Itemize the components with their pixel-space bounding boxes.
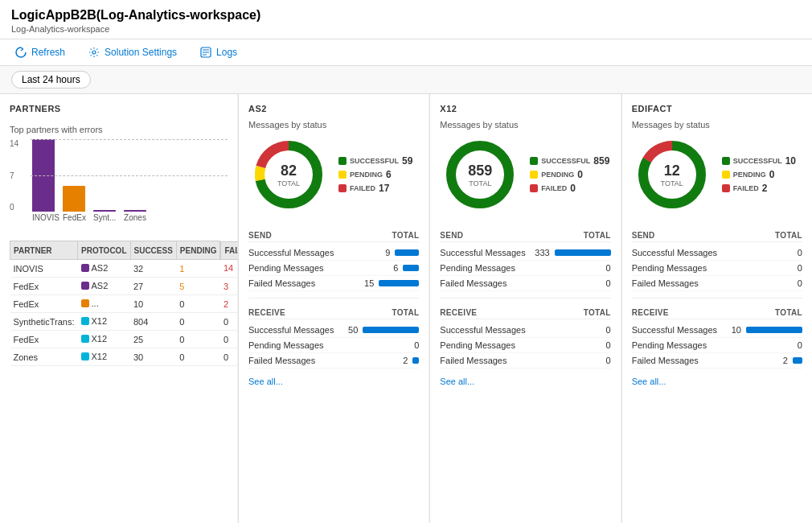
table-row[interactable]: FedEx X12 25 0 0	[10, 331, 264, 348]
logs-button[interactable]: Logs	[196, 44, 240, 60]
message-row: Failed Messages 0	[440, 353, 610, 369]
msg-count: 15	[358, 278, 374, 288]
msg-value-area: 0	[555, 263, 611, 273]
y-label-7: 7	[10, 171, 18, 180]
partner-protocol: ...	[78, 295, 130, 313]
legend-item: FAILED 17	[338, 183, 412, 194]
partner-name: FedEx	[10, 295, 78, 313]
partner-success: 804	[130, 313, 176, 331]
msg-label: Failed Messages	[440, 356, 506, 365]
legend-item: SUCCESSFUL 59	[338, 155, 412, 167]
legend-label: FAILED	[350, 184, 375, 192]
msg-count: 0	[403, 340, 419, 350]
page-subtitle: Log-Analytics-workspace	[11, 24, 801, 34]
legend-label: SUCCESSFUL	[733, 157, 782, 165]
donut-label: TOTAL	[468, 179, 492, 187]
msg-label: Successful Messages	[248, 325, 334, 335]
message-row: Failed Messages 0	[632, 276, 802, 291]
table-row[interactable]: FedEx AS2 27 5 3	[10, 278, 264, 295]
legend-value: 0	[577, 169, 583, 180]
legend-value: 6	[386, 169, 392, 180]
legend-label: PENDING	[733, 171, 766, 179]
msg-label: Pending Messages	[248, 263, 324, 273]
partner-success: 10	[130, 295, 176, 313]
time-filter-button[interactable]: Last 24 hours	[11, 71, 91, 89]
divider	[248, 298, 419, 299]
x-label-zones: Zones	[124, 213, 146, 222]
msg-count: 0	[595, 263, 611, 273]
see-all-link[interactable]: See all...	[440, 377, 610, 386]
legend-label: SUCCESSFUL	[541, 157, 590, 165]
legend-dot	[530, 184, 538, 192]
message-row: Successful Messages 9	[248, 245, 419, 261]
msg-bar	[395, 249, 419, 256]
message-row: Pending Messages 6	[248, 261, 419, 276]
legend-dot	[338, 184, 347, 192]
table-row[interactable]: SyntheticTrans: X12 804 0 0	[10, 313, 264, 331]
msg-label: Successful Messages	[632, 248, 717, 257]
msg-bar	[412, 357, 419, 364]
message-row: Successful Messages 50	[248, 323, 419, 338]
legend-value: 0	[769, 169, 775, 180]
legend-item: PENDING 0	[530, 169, 609, 180]
msg-value-area: 0	[746, 278, 802, 288]
partner-name: SyntheticTrans:	[10, 313, 78, 331]
send-section-title: SEND TOTAL	[632, 228, 802, 242]
msg-label: Failed Messages	[632, 356, 699, 365]
donut-section-title: Messages by status	[248, 120, 419, 130]
toolbar: Refresh Solution Settings Logs	[0, 39, 812, 66]
msg-count: 50	[342, 325, 358, 335]
donut-section-title: Messages by status	[440, 120, 610, 130]
see-all-link[interactable]: See all...	[248, 377, 419, 386]
msg-value-area: 0	[555, 340, 611, 350]
msg-count: 6	[382, 263, 398, 273]
donut-section: 12 TOTAL SUCCESSFUL 10 PENDING 0 FAILED …	[632, 134, 802, 215]
partner-protocol: AS2	[78, 260, 130, 278]
message-row: Successful Messages 333	[440, 245, 610, 261]
legend-dot	[722, 157, 730, 165]
msg-value-area: 15	[358, 278, 419, 288]
msg-bar	[363, 327, 419, 333]
msg-value-area: 2	[363, 356, 419, 365]
solution-settings-button[interactable]: Solution Settings	[84, 44, 180, 60]
header: LogicAppB2B(Log-Analytics-workspace) Log…	[0, 0, 812, 39]
msg-value-area: 0	[746, 248, 802, 257]
msg-label: Successful Messages	[632, 325, 717, 335]
edifact-panel: EDIFACT Messages by status 12 TOTAL SUCC…	[621, 94, 812, 523]
msg-count: 0	[786, 340, 802, 350]
partners-panel: PARTNERS Top partners with errors 14 7 0	[0, 94, 237, 523]
partner-name: Zones	[10, 348, 78, 366]
message-row: Successful Messages 0	[632, 245, 802, 261]
partners-title: PARTNERS	[10, 104, 228, 113]
partner-name: INOVIS	[10, 260, 78, 278]
legend-item: FAILED 0	[530, 183, 609, 194]
bar-chart: 14 7 0	[10, 139, 228, 228]
donut-section-title: Messages by status	[632, 120, 802, 130]
msg-count: 9	[374, 248, 390, 257]
legend-label: PENDING	[541, 171, 574, 179]
table-row[interactable]: FedEx ... 10 0 2	[10, 295, 264, 313]
partner-name: FedEx	[10, 278, 78, 295]
legend-value: 859	[593, 155, 609, 167]
send-section-title: SEND TOTAL	[440, 228, 610, 242]
donut-total: 859	[468, 163, 492, 179]
page-title: LogicAppB2B(Log-Analytics-workspace)	[11, 8, 801, 23]
legend-value: 0	[570, 183, 576, 194]
legend-dot	[722, 171, 730, 179]
message-row: Successful Messages 10	[632, 323, 802, 338]
msg-count: 0	[595, 325, 611, 335]
see-all-link[interactable]: See all...	[632, 377, 802, 386]
table-row[interactable]: INOVIS AS2 32 1 14	[10, 260, 264, 278]
table-row[interactable]: Zones X12 30 0 0	[10, 348, 264, 366]
th-protocol: PROTOCOL	[78, 241, 130, 260]
msg-value-area: 0	[555, 278, 611, 288]
th-partner: PARTNER	[10, 241, 78, 260]
msg-label: Successful Messages	[440, 248, 525, 257]
legend-dot	[530, 171, 538, 179]
legend-item: PENDING 6	[338, 169, 412, 180]
partner-pending: 5	[176, 278, 220, 295]
msg-label: Successful Messages	[248, 248, 334, 257]
partner-pending: 0	[176, 313, 220, 331]
legend: SUCCESSFUL 859 PENDING 0 FAILED 0	[530, 155, 609, 194]
refresh-button[interactable]: Refresh	[11, 44, 68, 60]
